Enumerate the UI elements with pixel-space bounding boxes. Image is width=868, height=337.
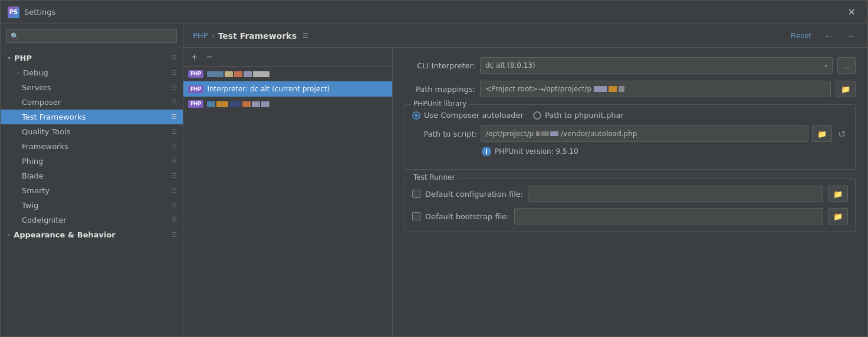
search-input[interactable] — [6, 29, 177, 43]
settings-window: PS Settings ✕ 🔍 ▾ PHP ☰ › — [0, 0, 868, 337]
main-content: 🔍 ▾ PHP ☰ › Debug ☰ Servers — [1, 24, 867, 336]
default-config-input[interactable] — [528, 186, 823, 202]
script-path-suffix: /vendor/autoload.php — [561, 130, 637, 138]
refresh-button[interactable]: ↺ — [836, 127, 848, 141]
path-mappings-browse[interactable]: 📁 — [836, 81, 856, 97]
sidebar-item-php-label: PHP — [14, 54, 32, 62]
sidebar-item-phing-label: Phing — [22, 157, 43, 166]
color-bar — [253, 71, 269, 77]
window-title: Settings — [24, 8, 843, 16]
list-items: PHP PHP Interprete — [183, 67, 392, 336]
path-mappings-redacted — [594, 86, 624, 92]
radio-path-label: Path to phpunit.phar — [545, 111, 624, 120]
right-panel: PHP › Test Frameworks ☰ Reset ← → + − — [183, 24, 867, 336]
phpunit-library-section: PHPUnit library Use Composer autoloader … — [405, 104, 856, 170]
close-button[interactable]: ✕ — [843, 4, 860, 20]
select-arrow-icon: ▾ — [824, 62, 827, 69]
list-item[interactable]: PHP Interpreter: dc alt (current project… — [183, 81, 392, 97]
reset-button[interactable]: Reset — [786, 29, 816, 42]
script-path-redacted — [536, 131, 558, 136]
path-to-script-row: Path to script: /opt/project/p /vendor/a… — [412, 125, 848, 142]
color-bar — [234, 71, 242, 77]
script-browse[interactable]: 📁 — [812, 125, 832, 142]
default-config-browse[interactable]: 📁 — [828, 186, 848, 202]
expand-arrow-php: ▾ — [8, 55, 11, 61]
list-item[interactable]: PHP — [183, 67, 392, 81]
default-config-label: Default configuration file: — [425, 190, 523, 199]
sidebar: 🔍 ▾ PHP ☰ › Debug ☰ Servers — [1, 24, 183, 336]
list-item[interactable]: PHP — [183, 97, 392, 111]
sidebar-item-composer[interactable]: Composer ☰ — [1, 95, 183, 110]
forward-button[interactable]: → — [841, 29, 858, 42]
sidebar-item-debug-label: Debug — [23, 68, 48, 77]
breadcrumb-current: Test Frameworks — [218, 31, 297, 41]
cli-interpreter-row: CLI Interpreter: dc alt (8.0.13) ▾ … — [405, 57, 856, 74]
default-bootstrap-input[interactable] — [514, 208, 823, 224]
sidebar-item-twig[interactable]: Twig ☰ — [1, 198, 183, 213]
sidebar-item-codeigniter-label: CodeIgniter — [22, 216, 67, 224]
sidebar-item-servers[interactable]: Servers ☰ — [1, 80, 183, 95]
sidebar-item-frameworks-label: Frameworks — [22, 142, 68, 151]
menu-icon-ab: ☰ — [171, 231, 177, 239]
radio-path-circle — [533, 111, 541, 120]
menu-icon-composer: ☰ — [171, 98, 177, 106]
sidebar-item-debug[interactable]: › Debug ☰ — [1, 65, 183, 80]
cli-interpreter-browse[interactable]: … — [837, 57, 856, 74]
color-bar — [207, 71, 223, 77]
default-bootstrap-checkbox[interactable] — [412, 212, 420, 220]
sidebar-item-appearance-behavior[interactable]: › Appearance & Behavior ☰ — [1, 227, 183, 242]
radio-path[interactable]: Path to phpunit.phar — [533, 111, 624, 120]
test-runner-section: Test Runner Default configuration file: … — [405, 178, 856, 232]
cli-interpreter-value: dc alt (8.0.13) — [485, 61, 535, 70]
back-button[interactable]: ← — [820, 29, 837, 42]
test-runner-title: Test Runner — [411, 173, 457, 181]
menu-icon-twig: ☰ — [171, 201, 177, 209]
default-config-checkbox[interactable] — [412, 190, 420, 198]
default-bootstrap-row: Default bootstrap file: 📁 — [412, 208, 848, 224]
menu-icon-test-frameworks: ☰ — [171, 113, 177, 121]
sidebar-item-test-frameworks[interactable]: Test Frameworks ☰ — [1, 110, 183, 124]
menu-icon-php: ☰ — [171, 54, 177, 62]
default-bootstrap-browse[interactable]: 📁 — [828, 208, 848, 224]
sidebar-item-ab-label: Appearance & Behavior — [14, 230, 116, 239]
color-bars-1 — [207, 71, 269, 77]
radio-composer[interactable]: Use Composer autoloader — [412, 111, 524, 120]
sidebar-item-frameworks[interactable]: Frameworks ☰ — [1, 139, 183, 154]
search-box: 🔍 — [1, 24, 183, 48]
phpunit-library-title: PHPUnit library — [411, 100, 469, 108]
color-bar — [216, 101, 228, 107]
phpunit-version-text: PHPUnit version: 9.5.10 — [495, 147, 578, 156]
nav-list: ▾ PHP ☰ › Debug ☰ Servers ☰ Composer ☰ — [1, 48, 183, 245]
sidebar-item-php[interactable]: ▾ PHP ☰ — [1, 51, 183, 65]
remove-button[interactable]: − — [203, 51, 215, 63]
sidebar-item-smarty[interactable]: Smarty ☰ — [1, 183, 183, 198]
breadcrumb-parent[interactable]: PHP — [193, 31, 208, 40]
detail-panel: CLI Interpreter: dc alt (8.0.13) ▾ … Pat… — [393, 48, 867, 336]
sidebar-item-servers-label: Servers — [22, 83, 51, 92]
sidebar-item-blade[interactable]: Blade ☰ — [1, 168, 183, 183]
radio-composer-circle — [412, 111, 420, 120]
color-bar — [261, 101, 269, 107]
title-bar: PS Settings ✕ — [1, 1, 867, 24]
breadcrumb-separator: › — [211, 31, 214, 40]
sidebar-item-smarty-label: Smarty — [22, 186, 50, 195]
sidebar-item-quality-tools[interactable]: Quality Tools ☰ — [1, 124, 183, 139]
cli-interpreter-select[interactable]: dc alt (8.0.13) ▾ — [480, 57, 833, 74]
script-path-text: /opt/project/p — [486, 130, 534, 138]
split-panel: + − PHP — [183, 48, 867, 336]
path-to-script-value: /opt/project/p /vendor/autoload.php — [481, 125, 808, 142]
menu-icon-debug: ☰ — [171, 69, 177, 77]
color-bar — [225, 71, 233, 77]
default-bootstrap-label: Default bootstrap file: — [425, 212, 509, 221]
menu-icon-blade: ☰ — [171, 172, 177, 180]
radio-group: Use Composer autoloader Path to phpunit.… — [412, 111, 848, 120]
radio-composer-label: Use Composer autoloader — [424, 111, 524, 120]
breadcrumb-menu-icon: ☰ — [303, 32, 308, 39]
color-bar — [242, 101, 251, 107]
sidebar-item-phing[interactable]: Phing ☰ — [1, 154, 183, 168]
color-bar — [252, 101, 260, 107]
sidebar-item-codeigniter[interactable]: CodeIgniter ☰ — [1, 213, 183, 227]
list-panel: + − PHP — [183, 48, 393, 336]
path-mappings-row: Path mappings: <Project root>→/opt/proje… — [405, 81, 856, 97]
add-button[interactable]: + — [188, 51, 200, 63]
